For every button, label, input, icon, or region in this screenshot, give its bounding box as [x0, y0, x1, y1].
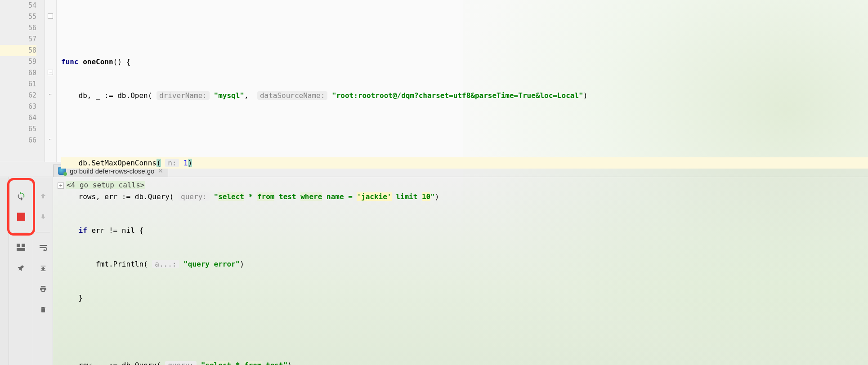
sql-keyword: from [244, 361, 262, 365]
down-button[interactable] [37, 210, 49, 223]
param-hint: n: [165, 159, 179, 167]
fold-end-icon: ⌐ [48, 137, 53, 142]
svg-rect-1 [17, 244, 20, 247]
number-literal: 1 [183, 159, 188, 167]
arrow-down-icon [40, 213, 47, 220]
function-name: oneConn [83, 58, 113, 66]
matched-bracket: ) [188, 159, 192, 167]
annotation-highlight [7, 178, 35, 236]
toolbar-divider [36, 232, 50, 232]
code-text: limit [396, 192, 422, 201]
sql-value: 'jackie' [357, 192, 391, 201]
line-number[interactable]: 61 [0, 79, 36, 90]
param-hint: driverName: [157, 91, 210, 100]
sql-keyword: select [218, 192, 244, 201]
svg-rect-2 [22, 244, 25, 247]
sql-value: 10 [422, 192, 430, 201]
code-text: = [348, 192, 357, 201]
print-icon [39, 285, 48, 293]
keyword: if [79, 226, 87, 235]
code-area[interactable]: func oneConn() { db, _ := db.Open( drive… [57, 0, 868, 162]
fold-column[interactable]: − − ⌐ ⌐ [45, 0, 57, 162]
code-text: err != nil { [87, 226, 143, 235]
sql-keyword: from [257, 192, 275, 201]
left-tool-strip[interactable]: 7: Structure [0, 177, 9, 365]
fold-toggle-icon[interactable]: − [48, 13, 53, 19]
line-number[interactable]: 57 [0, 34, 36, 45]
line-number[interactable]: 63 [0, 101, 36, 112]
line-number[interactable]: 64 [0, 112, 36, 124]
clear-button[interactable] [37, 303, 49, 316]
up-button[interactable] [37, 190, 49, 202]
stop-icon [17, 213, 25, 221]
param-hint: a...: [152, 260, 179, 268]
code-text: ) [287, 361, 292, 365]
matched-bracket: ( [157, 159, 161, 167]
fold-end-icon: ⌐ [48, 92, 53, 98]
code-text: name [322, 192, 348, 201]
string-literal: "mysql" [214, 91, 244, 100]
code-text: rows, err := db.Query( [79, 192, 174, 201]
rerun-icon [16, 191, 26, 201]
code-text: ) [240, 260, 244, 268]
run-toolbar-primary [9, 177, 33, 365]
layout-button[interactable] [15, 241, 27, 254]
svg-rect-3 [17, 248, 25, 251]
line-number[interactable]: 56 [0, 22, 36, 34]
toolbar-divider [14, 232, 28, 232]
code-text: fmt.Println( [96, 260, 148, 268]
arrow-up-icon [40, 192, 47, 200]
string-quote: " [430, 192, 435, 201]
svg-rect-0 [17, 213, 25, 221]
current-line: db.SetMaxOpenConns( n: 1) [61, 157, 868, 169]
line-number[interactable]: 54 [0, 0, 36, 11]
soft-wrap-icon [39, 244, 48, 251]
code-text: ) [583, 91, 588, 100]
string-quote: " [201, 361, 206, 365]
param-hint: query: [178, 192, 210, 201]
line-number[interactable]: 62 [0, 90, 36, 101]
stop-button[interactable] [15, 210, 27, 223]
run-toolbar-secondary [33, 177, 53, 365]
line-number-gutter[interactable]: 54 55 56 57 58 59 60 61 62 63 64 65 66 [0, 0, 45, 162]
trash-icon [40, 305, 47, 314]
layout-icon [17, 244, 26, 252]
line-number[interactable]: 58 [0, 45, 36, 56]
soft-wrap-button[interactable] [37, 241, 49, 254]
keyword: func [61, 58, 79, 66]
param-hint: dataSourceName: [257, 91, 328, 100]
print-button[interactable] [37, 283, 49, 295]
structure-tab[interactable]: 7: Structure [0, 334, 1, 361]
sql-keyword: where [300, 192, 322, 201]
sql-keyword: select [205, 361, 231, 365]
line-number[interactable]: 66 [0, 135, 36, 146]
code-text: db, _ := db.Open( [79, 91, 152, 100]
scroll-end-icon [39, 264, 47, 272]
code-text: test [262, 361, 283, 365]
code-text: } [79, 294, 83, 302]
line-number[interactable]: 59 [0, 56, 36, 67]
code-text: row, _ := db.Query( [79, 361, 161, 365]
fold-toggle-icon[interactable]: − [48, 70, 53, 75]
scroll-to-end-button[interactable] [37, 262, 49, 275]
line-number[interactable]: 60 [0, 67, 36, 79]
line-number[interactable]: 65 [0, 124, 36, 135]
code-text: db.SetMaxOpenConns [79, 159, 157, 167]
string-literal: "root:rootroot@/dqm?charset=utf8&parseTi… [332, 91, 583, 100]
code-text: () { [113, 58, 131, 66]
code-text: * [244, 192, 257, 201]
line-number[interactable]: 55 [0, 11, 36, 22]
editor: 54 55 56 57 58 59 60 61 62 63 64 65 66 −… [0, 0, 868, 162]
code-text: , [244, 91, 249, 100]
rerun-button[interactable] [15, 190, 27, 202]
code-text: test [274, 192, 300, 201]
param-hint: query: [165, 361, 197, 365]
pin-icon [17, 264, 25, 272]
code-text [392, 192, 396, 201]
code-text: * [231, 361, 244, 365]
pin-button[interactable] [15, 262, 27, 275]
string-quote: " [283, 361, 288, 365]
string-literal: "query error" [183, 260, 240, 268]
string-quote: " [214, 192, 219, 201]
code-text: ) [435, 192, 439, 201]
